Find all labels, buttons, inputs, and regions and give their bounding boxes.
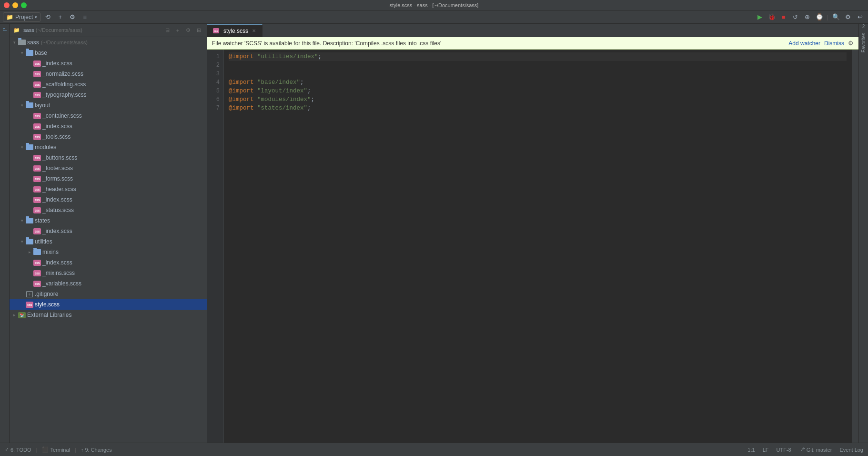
add-watcher-link[interactable]: Add watcher — [788, 40, 820, 47]
project-name: Project — [15, 14, 33, 20]
position-text: 1:1 — [747, 447, 755, 453]
tree-item-style-scss[interactable]: css style.scss — [10, 299, 207, 310]
run-button[interactable]: ▶ — [755, 12, 765, 22]
folder-icon-sass — [18, 40, 26, 45]
scss-icon-index-states: css — [33, 228, 41, 234]
tree-arrow-states — [18, 217, 26, 224]
banner-settings-icon[interactable]: ⚙ — [848, 40, 854, 47]
terminal-button[interactable]: ⬛ Terminal — [40, 446, 72, 454]
favorites-label[interactable]: Favorites — [860, 31, 867, 54]
tree-item-states[interactable]: states — [10, 215, 207, 226]
tree-item-mixins-scss[interactable]: css _mixins.scss — [10, 268, 207, 278]
project-selector[interactable]: 📁 Project ▾ — [3, 12, 40, 22]
tree-item-gitignore[interactable]: g .gitignore — [10, 289, 207, 299]
sync-button[interactable]: ⟲ — [42, 12, 53, 22]
collapse-all-button[interactable]: ⊟ — [163, 26, 172, 35]
debug-button[interactable]: 🐞 — [767, 12, 777, 22]
tree-item-modules[interactable]: modules — [10, 142, 207, 152]
tree-arrow-sass — [10, 39, 18, 46]
minimize-button[interactable] — [12, 2, 18, 8]
rerun-button[interactable]: ↺ — [790, 12, 801, 22]
file-tree: sass (~/Documents/sass) base css _index.… — [10, 37, 207, 443]
right-gutter — [851, 50, 858, 443]
stop-button[interactable]: ■ — [778, 12, 789, 22]
profile-button[interactable]: ⌚ — [814, 12, 825, 22]
window-title: style.scss - sass - [~/Documents/sass] — [390, 2, 479, 8]
tree-item-index-scss-base[interactable]: css _index.scss — [10, 58, 207, 69]
tab-close-button[interactable]: ✕ — [251, 28, 257, 34]
scss-icon-tools: css — [33, 134, 41, 140]
scss-icon-forms: css — [33, 176, 41, 182]
line-ending-text: LF — [763, 447, 769, 453]
tree-item-typography-scss[interactable]: css _typography.scss — [10, 90, 207, 100]
search-button[interactable]: 🔍 — [831, 12, 841, 22]
right-side-panel: 2 Favorites — [858, 24, 868, 443]
bottom-bar: ✓ 6: TODO | ⬛ Terminal | ↑ 9: Changes 1:… — [0, 443, 868, 456]
folder-icon-mixins — [33, 249, 41, 255]
add-button[interactable]: + — [55, 12, 65, 22]
external-libraries-icon: 📚 — [18, 312, 26, 318]
window-controls — [4, 2, 27, 8]
scss-icon-footer: css — [33, 165, 41, 171]
tree-arrow-base — [18, 49, 26, 57]
tree-item-forms-scss[interactable]: css _forms.scss — [10, 173, 207, 184]
tab-label: style.scss — [223, 28, 248, 34]
scss-icon-typography: css — [33, 92, 41, 98]
tree-item-layout[interactable]: layout — [10, 100, 207, 111]
dismiss-link[interactable]: Dismiss — [824, 40, 844, 47]
tree-item-mixins[interactable]: mixins — [10, 247, 207, 257]
scss-icon-variables: css — [33, 281, 41, 286]
coverage-button[interactable]: ⊕ — [802, 12, 813, 22]
new-file-button[interactable]: + — [173, 26, 182, 35]
tree-item-status-scss[interactable]: css _status.scss — [10, 205, 207, 215]
tree-item-footer-scss[interactable]: css _footer.scss — [10, 163, 207, 173]
tree-item-scaffolding-scss[interactable]: css _scaffolding.scss — [10, 79, 207, 90]
project-panel-icon[interactable]: P — [1, 26, 9, 33]
changes-button[interactable]: ↑ 9: Changes — [79, 446, 114, 454]
changes-label: 9: Changes — [85, 447, 111, 453]
undo-button[interactable]: ↩ — [855, 12, 865, 22]
line-ending-selector[interactable]: LF — [761, 446, 771, 454]
sidebar-layout-button[interactable]: ⊞ — [194, 26, 203, 35]
terminal-label: Terminal — [50, 447, 70, 453]
position-indicator[interactable]: 1:1 — [746, 446, 757, 454]
event-log-text: Event Log — [839, 447, 863, 453]
sidebar-settings-button[interactable]: ⚙ — [184, 26, 192, 35]
scss-icon-mixins: css — [33, 270, 41, 276]
folder-icon-utilities — [26, 239, 33, 244]
tree-item-base[interactable]: base — [10, 48, 207, 58]
tree-item-index-scss-utilities[interactable]: css _index.scss — [10, 257, 207, 268]
banner-actions: Add watcher Dismiss ⚙ — [788, 40, 854, 47]
tree-item-external-libraries[interactable]: 📚 External Libraries — [10, 310, 207, 320]
left-gutter: P — [0, 24, 10, 443]
encoding-selector[interactable]: UTF-8 — [774, 446, 793, 454]
tree-item-variables-scss[interactable]: css _variables.scss — [10, 278, 207, 289]
favorites-number: 2 — [862, 24, 865, 29]
tree-item-utilities[interactable]: utilities — [10, 236, 207, 247]
tree-item-sass-root[interactable]: sass (~/Documents/sass) — [10, 37, 207, 48]
layout-button[interactable]: ≡ — [80, 12, 90, 22]
preferences-button[interactable]: ⚙ — [843, 12, 853, 22]
settings-button[interactable]: ⚙ — [67, 12, 78, 22]
tree-item-normalize-scss[interactable]: css _normalize.scss — [10, 69, 207, 79]
changes-icon: ↑ — [81, 447, 84, 453]
tree-item-tools-scss[interactable]: css _tools.scss — [10, 132, 207, 142]
line-numbers: 1 2 3 4 5 6 7 — [207, 50, 224, 443]
git-branch-indicator[interactable]: ⎇ Git: master — [797, 446, 834, 454]
maximize-button[interactable] — [21, 2, 27, 8]
tree-item-container-scss[interactable]: css _container.scss — [10, 111, 207, 121]
tree-item-index-scss-modules[interactable]: css _index.scss — [10, 194, 207, 205]
tab-style-scss[interactable]: css style.scss ✕ — [207, 24, 262, 37]
tree-item-index-scss-states[interactable]: css _index.scss — [10, 226, 207, 236]
tree-item-buttons-scss[interactable]: css _buttons.scss — [10, 152, 207, 163]
code-line-6: @import "states/index"; — [229, 105, 311, 111]
tree-arrow-mixins — [26, 248, 33, 256]
event-log-button[interactable]: Event Log — [838, 446, 865, 454]
tree-item-index-scss-layout[interactable]: css _index.scss — [10, 121, 207, 132]
title-bar: style.scss - sass - [~/Documents/sass] — [0, 0, 868, 10]
tree-item-header-scss[interactable]: css _header.scss — [10, 184, 207, 194]
tree-arrow-external — [10, 311, 18, 319]
close-button[interactable] — [4, 2, 10, 8]
todo-button[interactable]: ✓ 6: TODO — [3, 446, 33, 454]
code-content[interactable]: @import "utilities/index"; @import "base… — [224, 50, 851, 443]
